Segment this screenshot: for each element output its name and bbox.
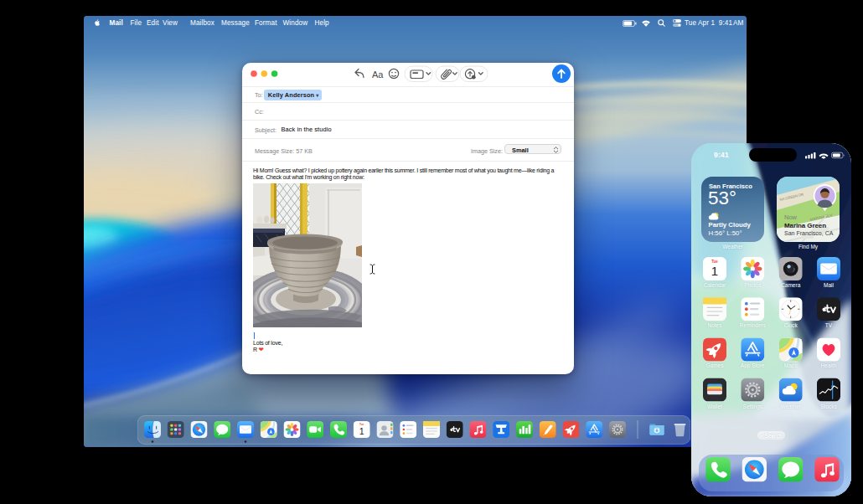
svg-text:Aa: Aa bbox=[372, 69, 384, 80]
